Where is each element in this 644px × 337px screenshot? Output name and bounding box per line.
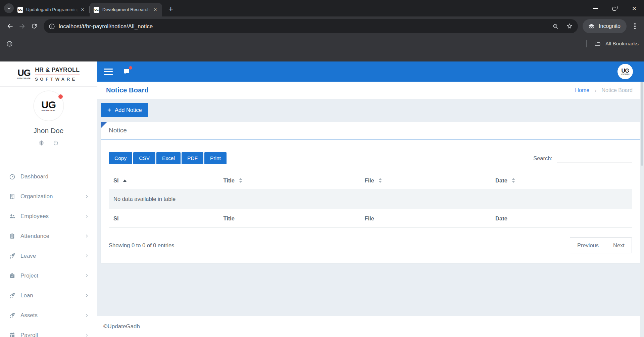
print-button[interactable]: Print [204, 152, 227, 164]
sidebar-toggle-button[interactable] [104, 69, 113, 75]
web-page: UG UPDATEGADH HR & PAYROLL SOFTWARE UG U… [0, 61, 644, 337]
window-controls: × [586, 0, 644, 16]
notice-table: Sl Title File Date [109, 172, 632, 228]
restore-button[interactable] [605, 0, 625, 16]
previous-page-button[interactable]: Previous [570, 237, 606, 253]
search-input[interactable] [557, 154, 632, 163]
column-header-file[interactable]: File [360, 172, 491, 189]
tab-strip: UG Updategadh Programming - Up × UG Deve… [0, 0, 644, 16]
back-button[interactable] [4, 20, 16, 32]
brand-logo: UG UPDATEGADH [17, 69, 31, 80]
column-header-title[interactable]: Title [218, 172, 360, 189]
sidebar-item-dashboard[interactable]: Dashboard [0, 167, 97, 186]
sort-asc-icon [123, 179, 127, 182]
restore-icon [612, 6, 617, 11]
notice-card: Notice Copy CSV Excel PDF Print Sea [101, 122, 640, 263]
minimize-button[interactable] [586, 0, 605, 16]
chevron-right-icon [84, 233, 90, 239]
table-footer-row: Sl Title File Date [109, 209, 632, 228]
card-corner-decoration [101, 122, 107, 128]
tab-favicon: UG [17, 7, 23, 13]
close-button[interactable]: × [625, 0, 644, 16]
sidebar-item-payroll[interactable]: Payroll [0, 325, 97, 337]
sidebar-item-organization[interactable]: Organization [0, 186, 97, 206]
url-text[interactable]: localhost/t/hr-payroll/notice/All_notice [59, 23, 153, 30]
settings-button[interactable] [38, 140, 45, 146]
bookmark-item[interactable] [6, 40, 13, 47]
brand-title: HR & PAYROLL SOFTWARE [35, 67, 80, 82]
footer-col-file: File [360, 209, 491, 228]
all-bookmarks-button[interactable]: All Bookmarks [586, 40, 639, 47]
clipboard-icon [8, 233, 16, 240]
incognito-label: Incognito [599, 23, 621, 29]
topbar-avatar[interactable]: UG UPDATEGADH [617, 64, 633, 79]
users-icon [8, 213, 16, 220]
sidebar: UG UPDATEGADH HR & PAYROLL SOFTWARE UG U… [0, 61, 97, 337]
sidebar-item-project[interactable]: Project [0, 266, 97, 286]
address-bar[interactable]: localhost/t/hr-payroll/notice/All_notice [44, 19, 578, 33]
folder-icon [594, 40, 601, 47]
sidebar-item-attendance[interactable]: Attendance [0, 226, 97, 246]
page-scrollbar[interactable] [640, 82, 644, 337]
bookmarks-divider [586, 40, 587, 47]
bookmark-star-button[interactable] [566, 23, 573, 30]
tab-title: Development Research Initiative [102, 7, 151, 13]
search-label: Search: [533, 155, 552, 162]
messages-button[interactable] [122, 68, 131, 76]
table-info-text: Showing 0 to 0 of 0 entries [109, 242, 174, 249]
tab-active-development-research[interactable]: UG Development Research Initiative × [90, 3, 162, 16]
table-header-row: Sl Title File Date [109, 172, 632, 189]
column-header-sl[interactable]: Sl [109, 172, 218, 189]
reload-button[interactable] [28, 20, 40, 32]
zoom-button[interactable] [552, 23, 559, 30]
forward-button[interactable] [16, 20, 28, 32]
page-header: Notice Board Home › Notice Board [97, 82, 644, 99]
app-topbar: UG UPDATEGADH [97, 61, 644, 82]
add-notice-button[interactable]: Add Notice [101, 103, 148, 117]
logout-button[interactable] [53, 140, 59, 146]
footer-col-date: Date [491, 209, 632, 228]
chevron-down-icon [6, 5, 12, 11]
app-brand: UG UPDATEGADH HR & PAYROLL SOFTWARE [0, 61, 97, 87]
footer-col-title: Title [218, 209, 360, 228]
footer-col-sl: Sl [109, 209, 218, 228]
brand-line1: HR & PAYROLL [35, 67, 80, 74]
back-icon [6, 23, 14, 30]
pdf-button[interactable]: PDF [182, 152, 203, 164]
breadcrumb-home-link[interactable]: Home [575, 87, 589, 93]
rocket-icon [8, 312, 16, 319]
browser-window: UG Updategadh Programming - Up × UG Deve… [0, 0, 644, 337]
bookmarks-bar: All Bookmarks [0, 36, 644, 61]
tab-title: Updategadh Programming - Up [26, 7, 78, 13]
sidebar-item-assets[interactable]: Assets [0, 305, 97, 325]
breadcrumb: Home › Notice Board [575, 87, 633, 93]
column-header-date[interactable]: Date [491, 172, 632, 189]
csv-button[interactable]: CSV [133, 152, 155, 164]
tab-close-icon[interactable]: × [79, 6, 86, 13]
tab-search-button[interactable] [4, 3, 14, 13]
card-title: Notice [101, 122, 640, 139]
next-page-button[interactable]: Next [606, 237, 632, 253]
brand-rule [35, 75, 80, 75]
scrollbar-thumb[interactable] [641, 82, 643, 166]
browser-menu-button[interactable] [630, 20, 640, 32]
tab-updategadh[interactable]: UG Updategadh Programming - Up × [13, 3, 89, 16]
sidebar-item-leave[interactable]: Leave [0, 246, 97, 266]
new-tab-button[interactable]: + [164, 3, 178, 16]
forward-icon [18, 23, 26, 30]
sidebar-item-employees[interactable]: Employees [0, 206, 97, 226]
copy-button[interactable]: Copy [109, 152, 132, 164]
sidebar-menu: Dashboard Organization Employees Attenda… [0, 154, 97, 337]
brand-logo-subtext: UPDATEGADH [17, 78, 31, 80]
sort-both-icon [239, 178, 242, 183]
site-footer: ©UpdateGadh [97, 316, 644, 337]
power-icon [53, 140, 59, 146]
globe-icon [6, 40, 13, 47]
tab-close-icon[interactable]: × [152, 6, 159, 13]
rocket-icon [8, 252, 16, 259]
chevron-right-icon [84, 194, 90, 199]
site-info-button[interactable] [48, 23, 55, 30]
export-button-group: Copy CSV Excel PDF Print [109, 152, 227, 164]
excel-button[interactable]: Excel [156, 152, 181, 164]
sidebar-item-loan[interactable]: Loan [0, 286, 97, 305]
